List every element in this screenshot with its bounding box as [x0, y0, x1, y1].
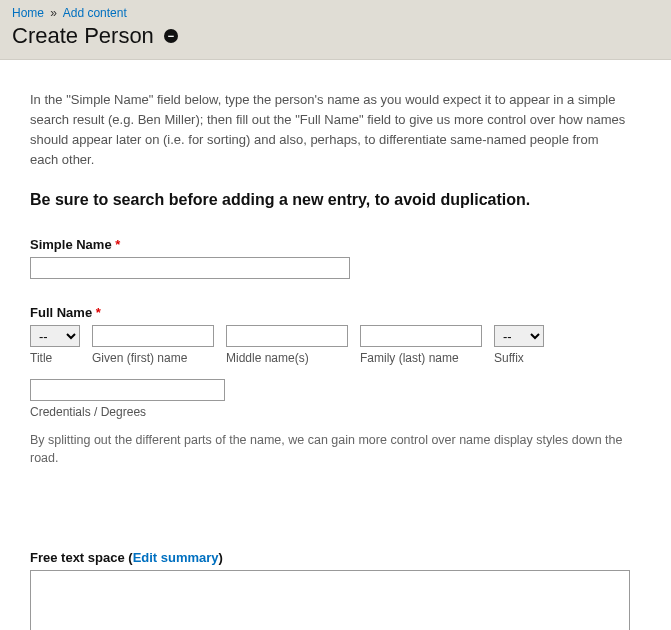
content-area: In the "Simple Name" field below, type t…: [0, 60, 660, 630]
credentials-sublabel: Credentials / Degrees: [30, 405, 630, 419]
family-name-sublabel: Family (last) name: [360, 351, 482, 365]
collapse-icon[interactable]: −: [164, 29, 178, 43]
free-text-group: Free text space (Edit summary): [30, 550, 630, 630]
required-mark: *: [115, 237, 120, 252]
full-name-label: Full Name *: [30, 305, 630, 320]
free-text-label-text: Free text space: [30, 550, 125, 565]
edit-summary-link[interactable]: Edit summary: [133, 550, 219, 565]
title-select[interactable]: --: [30, 325, 80, 347]
breadcrumb: Home » Add content: [12, 6, 659, 20]
simple-name-label-text: Simple Name: [30, 237, 112, 252]
intro-text: In the "Simple Name" field below, type t…: [30, 90, 630, 171]
simple-name-label: Simple Name *: [30, 237, 630, 252]
header-bar: Home » Add content Create Person −: [0, 0, 671, 60]
breadcrumb-home-link[interactable]: Home: [12, 6, 44, 20]
breadcrumb-separator: »: [50, 6, 57, 20]
simple-name-group: Simple Name *: [30, 237, 630, 279]
full-name-label-text: Full Name: [30, 305, 92, 320]
breadcrumb-add-content-link[interactable]: Add content: [63, 6, 127, 20]
given-name-sublabel: Given (first) name: [92, 351, 214, 365]
middle-name-sublabel: Middle name(s): [226, 351, 348, 365]
title-sublabel: Title: [30, 351, 80, 365]
family-name-input[interactable]: [360, 325, 482, 347]
free-text-textarea[interactable]: [30, 570, 630, 630]
full-name-help: By splitting out the different parts of …: [30, 431, 630, 469]
middle-name-input[interactable]: [226, 325, 348, 347]
warning-heading: Be sure to search before adding a new en…: [30, 191, 630, 209]
required-mark: *: [96, 305, 101, 320]
full-name-group: Full Name * -- Title Given (first) name …: [30, 305, 630, 469]
given-name-input[interactable]: [92, 325, 214, 347]
credentials-input[interactable]: [30, 379, 225, 401]
suffix-select[interactable]: --: [494, 325, 544, 347]
suffix-sublabel: Suffix: [494, 351, 544, 365]
page-title: Create Person: [12, 23, 154, 49]
simple-name-input[interactable]: [30, 257, 350, 279]
free-text-label: Free text space (Edit summary): [30, 550, 630, 565]
